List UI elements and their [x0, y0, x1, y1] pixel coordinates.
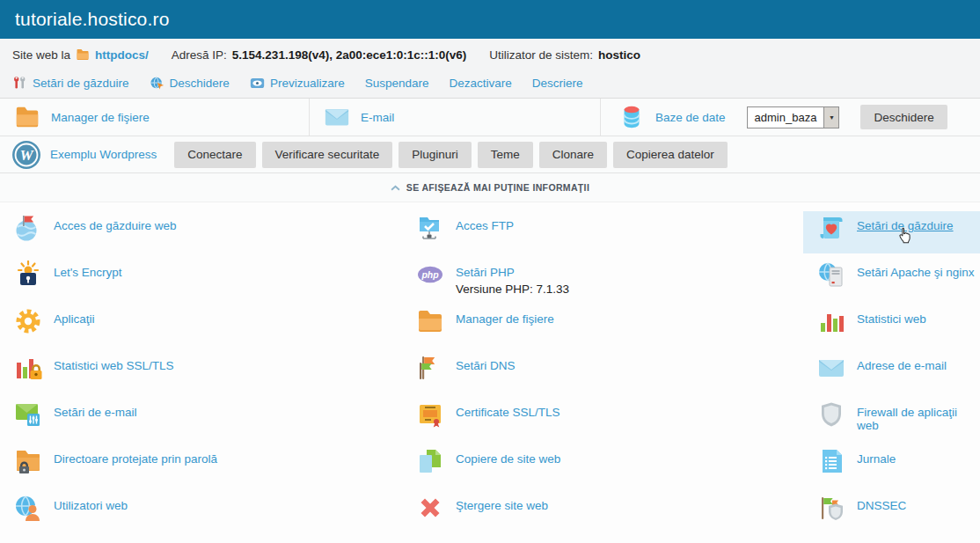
wordpress-buttons: ConectareVerificare securitatePluginuriT… — [174, 142, 728, 168]
httpdocs-link[interactable]: httpdocs/ — [95, 48, 149, 62]
grid-item-link[interactable]: Copiere de site web — [456, 452, 560, 466]
grid-item-acces-ftp[interactable]: Acces FTP — [402, 211, 803, 258]
grid-item-link[interactable]: Aplicaţii — [54, 312, 95, 326]
grid-item-firewall-de-aplica-ii-web[interactable]: Firewall de aplicaţii web — [803, 398, 980, 444]
page-title: tutoriale.hostico.ro — [15, 9, 170, 30]
grid-item-link[interactable]: Setări de e-mail — [54, 406, 137, 419]
grid-item-jurnale[interactable]: Jurnale — [803, 444, 980, 491]
folder-network-icon — [416, 214, 444, 242]
grid-item-dnssec[interactable]: DNSSEC — [803, 491, 980, 538]
grid-item-directoare-protejate-prin-parol-[interactable]: Directoare protejate prin parolă — [0, 444, 402, 491]
action-dezactivare[interactable]: Dezactivare — [449, 72, 511, 93]
action-descriere[interactable]: Descriere — [532, 72, 583, 93]
grid-item-link[interactable]: Setări DNS — [456, 359, 516, 372]
grid-item-statistici-web[interactable]: Statistici web — [803, 305, 980, 351]
grid-item-adrese-de-e-mail[interactable]: Adrese de e-mail — [803, 351, 980, 398]
wrenches-icon — [12, 76, 27, 91]
grid-item-link[interactable]: Utilizatori web — [54, 499, 128, 512]
grid-item-set-ri-dns[interactable]: Setări DNS — [402, 351, 803, 398]
grid-item-certificate-ssl-tls[interactable]: Certificate SSL/TLS — [402, 398, 803, 444]
grid-item-set-ri-de-e-mail[interactable]: Setări de e-mail — [0, 398, 402, 444]
file-manager-folder-icon — [14, 104, 40, 130]
flags-icon — [416, 354, 444, 382]
grid-item-link[interactable]: Setări de găzduire — [857, 219, 954, 232]
quick-tools-bar: Manager de fişiere E-mail Baze de date a… — [0, 99, 980, 136]
grid-item-statistici-web-ssl-tls[interactable]: Statistici web SSL/TLS — [0, 351, 402, 398]
grid-item-link[interactable]: Acces FTP — [456, 219, 514, 232]
grid-item-link[interactable]: Manager de fişiere — [456, 312, 554, 326]
select-dropdown-arrow-icon[interactable]: ▼ — [823, 107, 838, 128]
copy-docs-icon — [416, 447, 444, 475]
action-previzualizare[interactable]: Previzualizare — [250, 72, 345, 93]
wp-button-conectare[interactable]: Conectare — [174, 142, 255, 168]
wp-button-clonare[interactable]: Clonare — [539, 142, 607, 168]
file-manager-tool[interactable]: Manager de fişiere — [0, 99, 310, 136]
grid-item-set-ri-de-g-zduire[interactable]: Setări de găzduire — [803, 211, 980, 253]
flag-shield-icon — [817, 494, 845, 522]
svg-text:W: W — [19, 146, 34, 163]
grid-item-link[interactable]: Firewall de aplicaţii web — [857, 406, 957, 432]
grid-item-link[interactable]: Statistici web SSL/TLS — [54, 359, 174, 372]
file-manager-link[interactable]: Manager de fişiere — [51, 111, 150, 124]
database-select[interactable]: admin_baza ▼ — [747, 106, 840, 128]
mail-settings-icon — [14, 400, 42, 429]
grid-item-link[interactable]: DNSSEC — [857, 499, 906, 512]
wp-button-verificare-securitate[interactable]: Verificare securitate — [262, 142, 393, 168]
database-open-button[interactable]: Deschidere — [860, 105, 947, 129]
preview-eye-icon — [250, 76, 265, 91]
grid-item-link[interactable]: Directoare protejate prin parolă — [54, 452, 217, 466]
envelope-icon — [817, 354, 845, 382]
site-info-bar: Site web la httpdocs/ Adresă IP: 5.154.2… — [0, 39, 980, 70]
grid-item-set-ri-apache-i-nginx[interactable]: Setări Apache şi nginx — [803, 258, 980, 305]
grid-item-text: Firewall de aplicaţii web — [857, 400, 980, 432]
grid-item-link[interactable]: Setări Apache şi nginx — [857, 266, 975, 279]
show-less-label: SE AFIŞEAZĂ MAI PUŢINE INFORMAŢII — [406, 182, 589, 193]
grid-item-aplica-ii[interactable]: Aplicaţii — [0, 305, 402, 351]
action-set-ri-de-g-zduire[interactable]: Setări de găzduire — [12, 72, 129, 93]
grid-item-text: Let's Encrypt — [54, 260, 122, 279]
folder-icon — [76, 48, 90, 62]
bar-chart-icon — [817, 307, 845, 335]
red-x-icon — [416, 494, 444, 522]
grid-item-acces-de-g-zduire-web[interactable]: Acces de găzduire web — [0, 211, 402, 258]
wp-button-copierea-datelor[interactable]: Copierea datelor — [613, 142, 728, 168]
grid-item-set-ri-php[interactable]: phpSetări PHPVersiune PHP: 7.1.33 — [402, 258, 803, 305]
grid-item-text: Statistici web SSL/TLS — [54, 354, 174, 372]
show-less-toggle[interactable]: SE AFIŞEAZĂ MAI PUŢINE INFORMAŢII — [0, 173, 980, 202]
databases-link[interactable]: Baze de date — [655, 111, 726, 124]
databases-tool: Baze de date admin_baza ▼ Deschidere — [601, 99, 980, 136]
email-link[interactable]: E-mail — [361, 111, 394, 124]
email-tool[interactable]: E-mail — [310, 99, 601, 136]
grid-item-text: Acces de găzduire web — [54, 214, 177, 232]
ip-group: Adresă IP: 5.154.231.198(v4), 2a00:ece1:… — [172, 48, 466, 62]
grid-item-link[interactable]: Let's Encrypt — [54, 266, 122, 279]
grid-item-copiere-de-site-web[interactable]: Copiere de site web — [402, 444, 803, 491]
grid-item-manager-de-fi-iere[interactable]: Manager de fişiere — [402, 305, 803, 351]
action-label: Descriere — [532, 77, 583, 90]
grid-item-link[interactable]: Setări PHP — [456, 266, 515, 279]
wordpress-instance-link[interactable]: Exemplu Wordpress — [50, 148, 157, 161]
grid-item-text: Setări PHPVersiune PHP: 7.1.33 — [456, 260, 569, 296]
grid-item-link[interactable]: Adrese de e-mail — [857, 359, 947, 372]
email-envelope-icon — [324, 104, 350, 130]
wp-button-teme[interactable]: Teme — [478, 142, 533, 168]
tools-grid: Acces de găzduire webLet's EncryptAplica… — [0, 202, 980, 538]
grid-item-link[interactable]: Certificate SSL/TLS — [456, 406, 560, 419]
grid-item-subtext: Versiune PHP: 7.1.33 — [456, 283, 569, 296]
ip-value: 5.154.231.198(v4), 2a00:ece1:0:1c::1:0(v… — [232, 48, 466, 62]
action-suspendare[interactable]: Suspendare — [365, 72, 429, 93]
wp-button-pluginuri[interactable]: Pluginuri — [399, 142, 472, 168]
grid-item-link[interactable]: Acces de găzduire web — [54, 219, 177, 232]
page: tutoriale.hostico.ro Site web la httpdoc… — [0, 0, 980, 543]
wordpress-toolkit-bar: W Exemplu Wordpress ConectareVerificare … — [0, 136, 980, 173]
grid-item-link[interactable]: Jurnale — [857, 452, 896, 466]
grid-item-link[interactable]: Ştergere site web — [456, 499, 548, 512]
grid-item--tergere-site-web[interactable]: Ştergere site web — [402, 491, 803, 538]
grid-item-let-s-encrypt[interactable]: Let's Encrypt — [0, 258, 402, 305]
grid-item-text: Utilizatori web — [54, 494, 128, 512]
globe-server-icon — [817, 260, 845, 289]
action-label: Dezactivare — [449, 77, 511, 90]
grid-item-utilizatori-web[interactable]: Utilizatori web — [0, 491, 402, 538]
action-deschidere[interactable]: Deschidere — [150, 72, 230, 93]
grid-item-link[interactable]: Statistici web — [857, 312, 926, 326]
